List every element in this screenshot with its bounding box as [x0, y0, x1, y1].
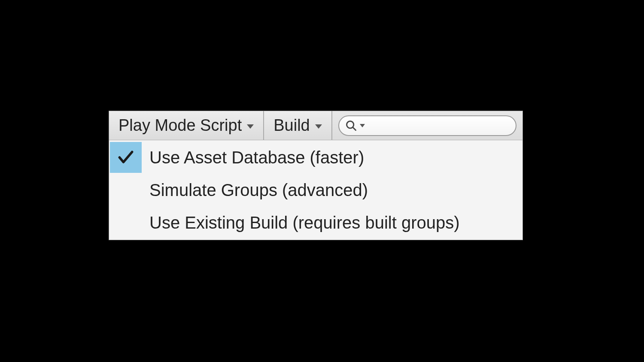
menu-item-label: Simulate Groups (advanced) — [143, 181, 368, 200]
build-dropdown[interactable]: Build — [264, 111, 332, 140]
svg-line-1 — [352, 127, 355, 130]
menu-item-use-asset-database[interactable]: Use Asset Database (faster) — [109, 141, 522, 174]
play-mode-script-label: Play Mode Script — [118, 116, 242, 135]
menu-item-label: Use Asset Database (faster) — [143, 148, 364, 167]
search-input[interactable] — [338, 115, 516, 136]
editor-panel: Play Mode Script Build — [109, 111, 523, 240]
play-mode-script-dropdown[interactable]: Play Mode Script — [109, 111, 264, 140]
play-mode-dropdown-menu: Use Asset Database (faster) Simulate Gro… — [109, 140, 522, 240]
toolbar: Play Mode Script Build — [109, 111, 522, 140]
chevron-down-icon — [315, 124, 322, 129]
menu-item-use-existing-build[interactable]: Use Existing Build (requires built group… — [109, 206, 522, 239]
chevron-down-icon — [247, 124, 254, 129]
menu-item-simulate-groups[interactable]: Simulate Groups (advanced) — [109, 174, 522, 206]
checkmark-icon — [116, 148, 135, 167]
search-icon — [345, 120, 357, 132]
menu-item-label: Use Existing Build (requires built group… — [143, 213, 460, 232]
check-indicator — [110, 142, 142, 173]
check-indicator — [110, 207, 142, 238]
build-label: Build — [273, 116, 310, 135]
chevron-down-icon — [360, 124, 365, 127]
check-indicator — [110, 175, 142, 205]
search-container — [332, 111, 522, 140]
